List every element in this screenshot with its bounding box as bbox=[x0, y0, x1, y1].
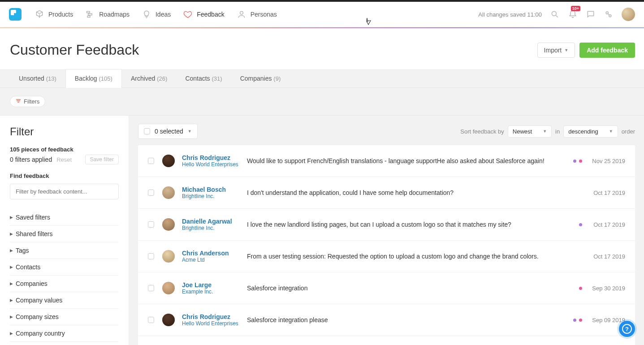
contact-name[interactable]: Danielle Agarwal bbox=[182, 218, 247, 225]
tab-count: (9) bbox=[273, 75, 281, 82]
contact-block: Joe LargeExample Inc. bbox=[182, 281, 247, 295]
filter-section[interactable]: ▶Company values bbox=[10, 292, 119, 309]
tag-dots bbox=[573, 160, 582, 163]
app-logo[interactable] bbox=[9, 8, 22, 21]
svg-rect-0 bbox=[87, 11, 90, 13]
contact-company[interactable]: Example Inc. bbox=[182, 289, 247, 295]
tab-unsorted[interactable]: Unsorted (13) bbox=[10, 69, 65, 87]
filter-section[interactable]: ▶Company country bbox=[10, 325, 119, 342]
tab-count: (26) bbox=[157, 75, 167, 82]
bell-icon[interactable]: 10+ bbox=[568, 9, 578, 19]
filter-section[interactable]: ▶Companies bbox=[10, 276, 119, 292]
feedback-row[interactable]: Chris RodriguezHello World EnterprisesSa… bbox=[138, 304, 635, 336]
save-filter-button[interactable]: Save filter bbox=[85, 155, 119, 164]
row-checkbox[interactable] bbox=[148, 317, 154, 323]
contact-company[interactable]: Acme Ltd bbox=[182, 257, 247, 263]
contact-name[interactable]: Michael Bosch bbox=[182, 186, 247, 193]
contact-company[interactable]: Brightline Inc. bbox=[182, 225, 247, 231]
chevron-right-icon: ▶ bbox=[10, 281, 13, 286]
activity-icon[interactable] bbox=[604, 9, 614, 19]
help-button[interactable]: ? bbox=[619, 321, 635, 337]
user-avatar[interactable] bbox=[622, 8, 635, 21]
nav-feedback[interactable]: Feedback bbox=[183, 10, 224, 19]
filter-section[interactable]: ▶Company sizes bbox=[10, 309, 119, 325]
filters-applied: 0 filters applied bbox=[10, 156, 52, 163]
chevron-right-icon: ▶ bbox=[10, 265, 13, 269]
select-all-checkbox[interactable] bbox=[144, 128, 150, 134]
contact-block: Chris RodriguezHello World Enterprises bbox=[182, 154, 247, 168]
feedback-row[interactable]: Chris RodriguezHello World EnterprisesWo… bbox=[138, 145, 635, 177]
tabs-bar: Unsorted (13) Backlog (105) Archived (26… bbox=[0, 69, 644, 88]
tab-contacts[interactable]: Contacts (31) bbox=[176, 69, 231, 87]
tag-dot bbox=[579, 319, 582, 322]
row-checkbox[interactable] bbox=[148, 158, 154, 164]
search-icon[interactable] bbox=[550, 9, 560, 19]
feedback-text: Salesforce integration please bbox=[247, 316, 573, 323]
contact-avatar[interactable] bbox=[162, 314, 175, 326]
contact-avatar[interactable] bbox=[162, 250, 175, 263]
chevron-down-icon: ▼ bbox=[188, 129, 192, 134]
feedback-row[interactable]: Michael BoschBrightline Inc.I don't unde… bbox=[138, 177, 635, 209]
row-checkbox[interactable] bbox=[148, 190, 154, 196]
contact-name[interactable]: Chris Rodriguez bbox=[182, 154, 247, 161]
contact-company[interactable]: Hello World Enterprises bbox=[182, 161, 247, 168]
chevron-down-icon: ▼ bbox=[564, 48, 568, 52]
contact-company[interactable]: Brightline Inc. bbox=[182, 193, 247, 199]
feedback-row[interactable]: Gary StuartGary is looking for faq docum… bbox=[138, 336, 635, 345]
chevron-right-icon: ▶ bbox=[10, 248, 13, 253]
sort-field-select[interactable]: Newest ▼ bbox=[508, 125, 552, 138]
contact-name[interactable]: Joe Large bbox=[182, 281, 247, 289]
filter-section[interactable]: ▶Job Roles bbox=[10, 342, 119, 345]
sort-order-select[interactable]: descending ▼ bbox=[563, 125, 618, 138]
filter-section[interactable]: ▶Saved filters bbox=[10, 209, 119, 226]
nav-label: Products bbox=[48, 11, 73, 18]
row-checkbox[interactable] bbox=[148, 221, 154, 228]
add-feedback-button[interactable]: Add feedback bbox=[579, 43, 635, 58]
reset-link[interactable]: Reset bbox=[56, 156, 72, 163]
contact-avatar[interactable] bbox=[162, 155, 175, 167]
import-button[interactable]: Import ▼ bbox=[537, 43, 575, 58]
filter-section[interactable]: ▶Tags bbox=[10, 242, 119, 259]
feedback-row[interactable]: Danielle AgarwalBrightline Inc.I love th… bbox=[138, 209, 635, 241]
nav-ideas[interactable]: Ideas bbox=[142, 10, 171, 19]
tag-dot bbox=[573, 319, 576, 322]
filters-chip[interactable]: Filters bbox=[10, 96, 45, 107]
nav-products[interactable]: Products bbox=[35, 10, 73, 19]
accent-gradient bbox=[0, 27, 644, 28]
contact-name[interactable]: Chris Rodriguez bbox=[182, 313, 247, 320]
feedback-row[interactable]: Joe LargeExample Inc.Salesforce integrat… bbox=[138, 272, 635, 304]
roadmap-icon bbox=[86, 10, 95, 19]
row-checkbox[interactable] bbox=[148, 253, 154, 259]
nav-personas[interactable]: Personas bbox=[237, 10, 277, 19]
tab-archived[interactable]: Archived (26) bbox=[122, 69, 176, 87]
feedback-text: Would like to support French/English tra… bbox=[247, 157, 573, 164]
filter-section-label: Company values bbox=[16, 297, 62, 304]
bulb-icon bbox=[142, 10, 151, 19]
filter-section-label: Company country bbox=[16, 330, 65, 337]
tag-dot bbox=[579, 287, 582, 290]
tab-backlog[interactable]: Backlog (105) bbox=[65, 69, 122, 88]
filter-section[interactable]: ▶Shared filters bbox=[10, 226, 119, 242]
selected-dropdown[interactable]: 0 selected ▼ bbox=[138, 124, 198, 139]
tag-dot bbox=[579, 160, 582, 163]
topnav-right: All changes saved 11:00 10+ bbox=[478, 8, 635, 21]
contact-company[interactable]: Hello World Enterprises bbox=[182, 320, 247, 327]
page-title: Customer Feedback bbox=[10, 42, 139, 58]
row-checkbox[interactable] bbox=[148, 285, 154, 291]
feedback-row[interactable]: Chris AndersonAcme LtdFrom a user testin… bbox=[138, 241, 635, 272]
nav-roadmaps[interactable]: Roadmaps bbox=[86, 10, 130, 19]
chevron-right-icon: ▶ bbox=[10, 331, 13, 336]
feedback-date: Oct 17 2019 bbox=[590, 221, 625, 228]
filter-section-label: Contacts bbox=[16, 263, 40, 271]
feedback-date: Sep 09 2019 bbox=[590, 317, 625, 323]
contact-avatar[interactable] bbox=[162, 186, 175, 199]
filters-applied-row: 0 filters applied Reset Save filter bbox=[10, 155, 119, 164]
filter-input[interactable] bbox=[10, 184, 119, 199]
chat-icon[interactable] bbox=[586, 9, 596, 19]
contact-name[interactable]: Chris Anderson bbox=[182, 250, 247, 257]
tab-companies[interactable]: Companies (9) bbox=[231, 69, 290, 87]
tab-count: (105) bbox=[99, 75, 112, 82]
contact-avatar[interactable] bbox=[162, 282, 175, 294]
contact-avatar[interactable] bbox=[162, 218, 175, 231]
filter-section[interactable]: ▶Contacts bbox=[10, 259, 119, 276]
